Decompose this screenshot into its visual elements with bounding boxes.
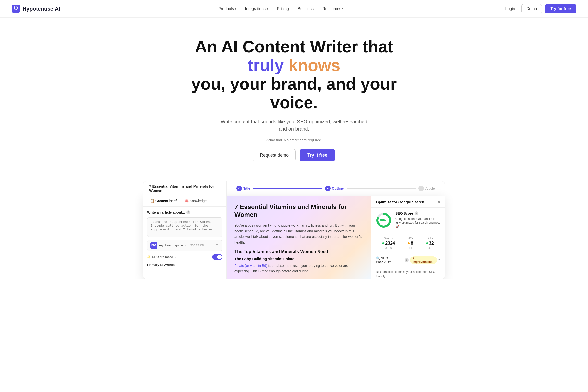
nav-integrations[interactable]: Integrations ▾	[242, 5, 272, 13]
left-panel-body: Write an article about... ? PDF my_brand…	[143, 206, 226, 279]
keywords-label: Primary keywords	[147, 263, 222, 266]
article-subheading-1: The Top Vitamins and Minerals Women Need	[234, 249, 363, 254]
progress-line-2	[347, 188, 416, 189]
logo[interactable]: Hypotenuse AI	[12, 5, 60, 13]
progress-bar: ✓ Title ● Outline Article	[226, 182, 445, 195]
progress-step-outline: ● Outline	[325, 186, 344, 191]
svg-point-3	[17, 6, 18, 8]
write-about-label: Write an article about... ?	[147, 210, 222, 214]
nav-actions: Login Demo Try for free	[502, 4, 576, 14]
seo-checklist-label: 🔍 SEO checklist	[376, 256, 403, 264]
hero-title-truly: truly	[248, 56, 284, 74]
hero-section: An AI Content Writer that truly knows yo…	[0, 18, 588, 171]
seo-checklist-row[interactable]: 🔍 SEO checklist ? 2 improvements ⌃	[372, 253, 445, 267]
seo-stats-row: Words 2324 3129 H2s 8 11 Links	[372, 233, 445, 253]
checklist-info-icon: ?	[405, 258, 409, 262]
preview-area: 7 Essential Vitamins and Minerals for Wo…	[137, 181, 451, 279]
file-size: 556.77 KB	[190, 244, 204, 247]
folate-link[interactable]: Folate (or vitamin B9)	[234, 264, 267, 268]
seo-info-icon: ?	[175, 255, 176, 259]
left-panel-tabs: 📋 Content brief 🧠 Knowledge	[143, 196, 226, 206]
try-for-free-button[interactable]: Try for free	[545, 4, 576, 14]
file-name: my_brand_guide.pdf	[159, 244, 188, 247]
stat-words-sub: 3129	[386, 246, 392, 250]
request-demo-button[interactable]: Request demo	[253, 149, 296, 162]
logo-text: Hypotenuse AI	[22, 6, 60, 12]
seo-pro-label: ✨ SEO pro mode ?	[147, 255, 176, 259]
step-article-label: Article	[425, 186, 435, 190]
left-panel: 📋 Content brief 🧠 Knowledge Write an art…	[143, 196, 226, 279]
hero-title-part2: you, your brand, and your voice.	[191, 74, 397, 112]
seo-pro-row: ✨ SEO pro mode ?	[147, 254, 222, 260]
write-about-info-icon: ?	[186, 210, 190, 214]
right-panel: Optimize for Google Search × 80% SEO Sco…	[371, 196, 445, 279]
checklist-chevron-icon: ⌃	[437, 258, 440, 263]
nav-links: Products ▾ Integrations ▾ Pricing Busine…	[215, 5, 347, 13]
seo-score-label: SEO Score	[396, 212, 413, 215]
article-title-bar: 7 Essential Vitamins and Minerals for Wo…	[143, 181, 226, 196]
tab-knowledge[interactable]: 🧠 Knowledge	[180, 196, 210, 206]
progress-step-title: ✓ Title	[236, 186, 250, 191]
step-article-icon	[418, 186, 424, 191]
right-panel-close-icon[interactable]: ×	[438, 200, 440, 204]
pdf-icon: PDF	[150, 242, 157, 249]
hero-cta-row: Request demo Try it free	[253, 149, 335, 162]
hero-title: An AI Content Writer that truly knows yo…	[184, 37, 404, 112]
stat-words-label: Words	[384, 237, 393, 240]
seo-score-circle: 80%	[376, 212, 392, 228]
hero-trial-text: 7-day trial. No credit card required.	[266, 138, 322, 142]
nav-pricing[interactable]: Pricing	[274, 5, 292, 13]
demo-button[interactable]: Demo	[521, 4, 542, 14]
step-title-label: Title	[243, 186, 250, 190]
stat-links: Links 32 32	[426, 237, 434, 250]
stat-words-value: 2324	[382, 240, 395, 246]
stat-h2s-dot	[408, 242, 410, 244]
stat-h2s-label: H2s	[408, 237, 413, 240]
main-columns: 📋 Content brief 🧠 Knowledge Write an art…	[143, 196, 445, 279]
article-heading: 7 Essential Vitamins and Minerals for Wo…	[234, 203, 363, 219]
integrations-chevron-icon: ▾	[266, 7, 268, 10]
file-attachment: PDF my_brand_guide.pdf 556.77 KB 🗑	[147, 240, 222, 251]
seo-checklist-left: 🔍 SEO checklist ? 2 improvements	[376, 256, 437, 264]
seo-score-info-icon: ?	[414, 212, 418, 215]
progress-step-article: Article	[418, 186, 435, 191]
logo-icon	[12, 5, 20, 13]
right-panel-header: Optimize for Google Search ×	[372, 196, 445, 208]
resources-chevron-icon: ▾	[342, 7, 344, 10]
write-about-input[interactable]	[147, 217, 222, 237]
products-chevron-icon: ▾	[235, 7, 236, 10]
stat-words-dot	[382, 242, 384, 244]
improvements-badge: 2 improvements	[410, 256, 437, 264]
seo-score-value: 80%	[380, 218, 387, 222]
step-title-check-icon: ✓	[236, 186, 242, 191]
toggle-knob	[217, 254, 222, 260]
svg-point-2	[14, 6, 16, 8]
seo-score-desc: Congratulations! Your article is fully o…	[396, 217, 440, 229]
stat-links-dot	[426, 242, 428, 244]
navbar: Hypotenuse AI Products ▾ Integrations ▾ …	[0, 0, 588, 18]
hero-title-knows: knows	[288, 56, 340, 74]
stat-h2s: H2s 8 11	[408, 237, 413, 250]
article-folate-body: Folate (or vitamin B9) is an absolute mu…	[234, 263, 363, 274]
seo-score-row: 80% SEO Score ? Congratulations! Your ar…	[372, 208, 445, 233]
tab-content-brief[interactable]: 📋 Content brief	[146, 196, 180, 206]
login-button[interactable]: Login	[502, 5, 518, 13]
article-body: You're a busy woman trying to juggle wor…	[234, 223, 363, 245]
nav-business[interactable]: Business	[294, 5, 317, 13]
seo-toggle[interactable]	[212, 254, 222, 260]
step-outline-label: Outline	[332, 186, 344, 190]
stat-words: Words 2324 3129	[382, 237, 395, 250]
file-delete-icon[interactable]: 🗑	[215, 243, 219, 248]
stat-links-label: Links	[426, 237, 434, 240]
nav-products[interactable]: Products ▾	[215, 5, 240, 13]
article-subheading-2: The Baby-Building Vitamin: Folate	[234, 257, 363, 261]
stat-links-value: 32	[426, 240, 434, 246]
progress-line-1	[253, 188, 322, 189]
hero-subtitle: Write content that sounds like you. SEO-…	[218, 118, 370, 132]
hero-try-free-button[interactable]: Try it free	[300, 149, 335, 162]
nav-resources[interactable]: Resources ▾	[319, 5, 347, 13]
right-panel-title: Optimize for Google Search	[376, 200, 424, 204]
hero-title-part1: An AI Content Writer that	[195, 37, 393, 56]
middle-panel: 7 Essential Vitamins and Minerals for Wo…	[226, 196, 371, 279]
stat-h2s-value: 8	[408, 240, 413, 246]
